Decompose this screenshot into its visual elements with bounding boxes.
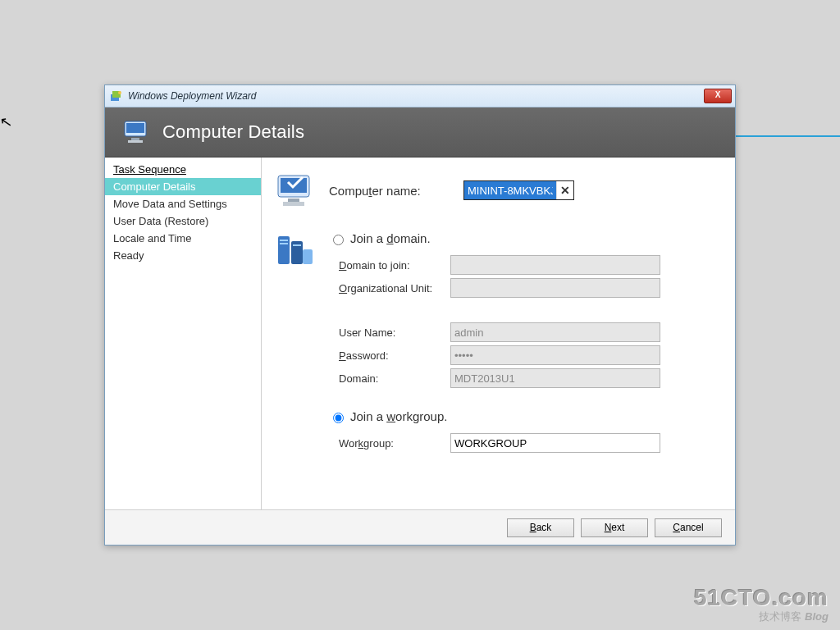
titlebar[interactable]: Windows Deployment Wizard X <box>105 85 735 107</box>
domain-workgroup-section: Join a domain. Domain to join: Organizat… <box>275 230 722 456</box>
domain-to-join-label: Domain to join: <box>339 259 450 272</box>
computer-name-field-wrap: ✕ <box>463 180 574 200</box>
computer-name-row: Computer name: ✕ <box>275 172 722 208</box>
servers-icon <box>275 230 317 272</box>
svg-rect-13 <box>303 249 313 264</box>
workgroup-row: Workgroup: <box>339 433 722 453</box>
cursor-icon: ↖ <box>0 112 14 132</box>
join-domain-option[interactable]: Join a domain. <box>329 231 722 245</box>
wizard-footer: Back Next Cancel <box>105 509 735 545</box>
computer-name-input[interactable] <box>464 181 556 199</box>
domain-to-join-input <box>450 255 660 275</box>
computer-name-label: Computer name: <box>329 184 452 198</box>
domain-label: Domain: <box>339 372 450 385</box>
password-row: Password: <box>339 345 722 365</box>
user-name-label: User Name: <box>339 326 450 339</box>
domain-row: Domain: <box>339 368 722 388</box>
svg-rect-14 <box>280 240 288 241</box>
decorative-line <box>734 135 840 137</box>
password-input <box>450 345 660 365</box>
user-name-row: User Name: <box>339 322 722 342</box>
banner: Computer Details <box>105 107 735 158</box>
org-unit-row: Organizational Unit: <box>339 278 722 298</box>
join-workgroup-label: Join a workgroup. <box>350 409 447 423</box>
workgroup-input[interactable] <box>450 433 660 453</box>
svg-rect-15 <box>280 243 288 244</box>
sidebar-item-move-data[interactable]: Move Data and Settings <box>105 195 261 212</box>
watermark: 51CTO.com 技术博客Blog <box>694 587 829 622</box>
password-label: Password: <box>339 349 450 362</box>
sidebar-item-computer-details[interactable]: Computer Details <box>105 178 261 195</box>
svg-rect-4 <box>126 123 144 133</box>
svg-rect-16 <box>293 244 301 246</box>
domain-to-join-row: Domain to join: <box>339 255 722 275</box>
user-name-input <box>450 322 660 342</box>
sidebar-item-locale-time[interactable]: Locale and Time <box>105 230 261 247</box>
sidebar-item-task-sequence[interactable]: Task Sequence <box>105 161 261 178</box>
close-button[interactable]: X <box>704 89 732 103</box>
app-icon <box>110 89 123 103</box>
svg-rect-5 <box>131 138 139 140</box>
wizard-window: Windows Deployment Wizard X Computer Det… <box>104 84 736 546</box>
sidebar-item-ready[interactable]: Ready <box>105 247 261 264</box>
sidebar: Task Sequence Computer Details Move Data… <box>105 158 262 509</box>
org-unit-label: Organizational Unit: <box>339 282 450 294</box>
cancel-button[interactable]: Cancel <box>655 518 722 537</box>
computer-icon <box>275 172 317 208</box>
watermark-line2: 技术博客Blog <box>694 611 829 622</box>
clear-input-icon[interactable]: ✕ <box>556 181 573 199</box>
svg-rect-10 <box>283 202 304 206</box>
join-workgroup-option[interactable]: Join a workgroup. <box>329 409 722 423</box>
svg-rect-6 <box>128 140 143 143</box>
window-body: Task Sequence Computer Details Move Data… <box>105 158 735 509</box>
back-button[interactable]: Back <box>507 518 574 537</box>
join-domain-label: Join a domain. <box>350 231 431 245</box>
monitor-banner-icon <box>123 120 151 144</box>
section-body: Join a domain. Domain to join: Organizat… <box>329 230 722 456</box>
join-workgroup-radio[interactable] <box>333 413 344 423</box>
domain-input <box>450 368 660 388</box>
content-pane: Computer name: ✕ Join a domain. <box>262 158 735 509</box>
svg-point-2 <box>118 91 121 94</box>
sidebar-item-user-data[interactable]: User Data (Restore) <box>105 212 261 230</box>
workgroup-label: Workgroup: <box>339 437 450 450</box>
next-button[interactable]: Next <box>581 518 648 537</box>
desktop: ↖ Windows Deployment Wizard X Computer D… <box>0 0 840 630</box>
svg-rect-9 <box>288 199 299 202</box>
window-title: Windows Deployment Wizard <box>128 90 257 102</box>
join-domain-radio[interactable] <box>333 235 344 245</box>
watermark-line1: 51CTO.com <box>694 587 829 609</box>
org-unit-input <box>450 278 660 298</box>
page-title: Computer Details <box>162 121 304 143</box>
